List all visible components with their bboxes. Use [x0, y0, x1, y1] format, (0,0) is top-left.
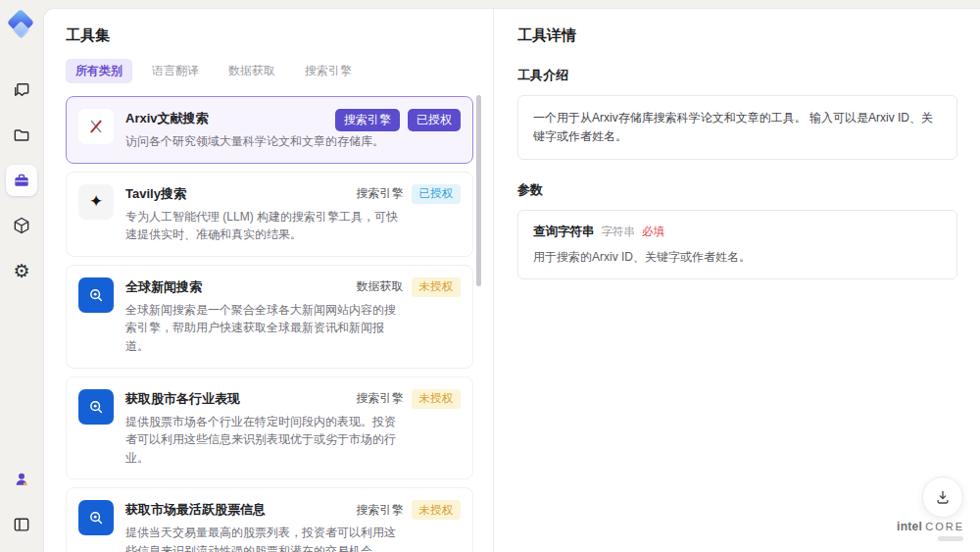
tool-list: Arxiv文献搜索 访问各个研究领域大量科学论文和文章的存储库。 搜索引擎 已授… [66, 96, 473, 552]
intro-text: 一个用于从Arxiv存储库搜索科学论文和文章的工具。 输入可以是Arxiv ID… [533, 109, 942, 146]
tab-language-translation[interactable]: 语言翻译 [142, 59, 209, 83]
tool-description: 提供股票市场各个行业在特定时间段内的表现。投资者可以利用这些信息来识别表现优于或… [125, 413, 398, 468]
download-button[interactable] [922, 477, 963, 518]
tool-card-arxiv[interactable]: Arxiv文献搜索 访问各个研究领域大量科学论文和文章的存储库。 搜索引擎 已授… [66, 96, 473, 164]
category-tabs: 所有类别 语言翻译 数据获取 搜索引擎 [66, 59, 493, 83]
tool-description: 提供当天交易量最高的股票列表，投资者可以利用这些信息来识别流动性强的股票和潜在的… [125, 524, 398, 552]
intel-core-logo: intelCORE [897, 520, 964, 541]
app-logo-icon[interactable] [7, 12, 36, 41]
detail-title: 工具详情 [517, 26, 957, 45]
tool-description: 专为人工智能代理 (LLM) 构建的搜索引擎工具，可快速提供实时、准确和真实的结… [125, 208, 398, 244]
nav-rail: ⚙ [0, 0, 43, 552]
nav-cube-icon[interactable] [6, 210, 37, 241]
auth-status-badge: 未授权 [412, 389, 462, 409]
tab-search-engine[interactable]: 搜索引擎 [295, 59, 362, 83]
stock-search-icon [78, 500, 114, 535]
category-tag: 搜索引擎 [357, 185, 404, 202]
nav-settings-icon[interactable]: ⚙ [6, 255, 37, 286]
auth-status-badge: 已授权 [408, 109, 461, 131]
page-title: 工具集 [66, 26, 493, 45]
tool-card-global-news[interactable]: 全球新闻搜索 全球新闻搜索是一个聚合全球各大新闻网站内容的搜索引擎，帮助用户快速… [66, 265, 473, 369]
auth-status-badge: 未授权 [412, 500, 462, 520]
intro-card: 一个用于从Arxiv存储库搜索科学论文和文章的工具。 输入可以是Arxiv ID… [517, 95, 957, 160]
category-tag: 搜索引擎 [357, 502, 404, 519]
auth-status-badge: 未授权 [412, 277, 462, 297]
brand-intel: intel [897, 520, 922, 533]
tool-card-most-active-stocks[interactable]: 获取市场最活跃股票信息 提供当天交易量最高的股票列表，投资者可以利用这些信息来识… [66, 487, 473, 552]
scrollbar-thumb[interactable] [476, 95, 481, 286]
tool-card-tavily[interactable]: ✦ Tavily搜索 专为人工智能代理 (LLM) 构建的搜索引擎工具，可快速提… [66, 172, 473, 257]
category-tag: 数据获取 [357, 278, 404, 295]
main-surface: 工具集 所有类别 语言翻译 数据获取 搜索引擎 A [43, 8, 980, 552]
stock-search-icon [78, 389, 114, 425]
nav-chat-icon[interactable] [6, 75, 37, 106]
tool-description: 访问各个研究领域大量科学论文和文章的存储库。 [125, 132, 384, 151]
download-icon [934, 488, 952, 506]
category-tag: 搜索引擎 [335, 109, 400, 131]
brand-core: CORE [925, 521, 964, 532]
sparkle-icon: ✦ [78, 184, 114, 220]
news-search-icon [78, 277, 114, 313]
params-heading: 参数 [517, 181, 957, 199]
param-card: 查询字符串 字符串 必填 用于搜索的Arxiv ID、关键字或作者姓名。 [517, 210, 957, 279]
gear-icon: ⚙ [13, 262, 29, 280]
tool-description: 全球新闻搜索是一个聚合全球各大新闻网站内容的搜索引擎，帮助用户快速获取全球最新资… [125, 301, 398, 356]
param-name: 查询字符串 [533, 224, 595, 240]
intro-heading: 工具介绍 [517, 67, 957, 84]
param-description: 用于搜索的Arxiv ID、关键字或作者姓名。 [533, 249, 942, 266]
param-required-flag: 必填 [642, 225, 664, 239]
nav-toolbox-icon-active[interactable] [6, 165, 37, 196]
user-avatar-icon[interactable] [6, 464, 37, 495]
tool-detail-panel: 工具详情 工具介绍 一个用于从Arxiv存储库搜索科学论文和文章的工具。 输入可… [494, 9, 980, 552]
brand-subbar [938, 536, 963, 541]
list-scrollbar[interactable] [476, 95, 481, 546]
nav-folder-icon[interactable] [6, 120, 37, 151]
panel-toggle-icon[interactable] [6, 509, 37, 540]
tab-data-acquisition[interactable]: 数据获取 [219, 59, 285, 83]
tab-all-categories[interactable]: 所有类别 [66, 59, 132, 83]
category-tag: 搜索引擎 [357, 390, 404, 407]
arxiv-logo-icon [78, 109, 114, 144]
app-root: ⚙ 工具集 所有类别 语言翻译 数据获取 搜索引擎 [0, 0, 980, 552]
tool-list-panel: 工具集 所有类别 语言翻译 数据获取 搜索引擎 A [44, 9, 493, 552]
auth-status-badge: 已授权 [412, 184, 462, 204]
tool-card-sector-performance[interactable]: 获取股市各行业表现 提供股票市场各个行业在特定时间段内的表现。投资者可以利用这些… [66, 376, 473, 480]
param-type: 字符串 [602, 225, 636, 239]
